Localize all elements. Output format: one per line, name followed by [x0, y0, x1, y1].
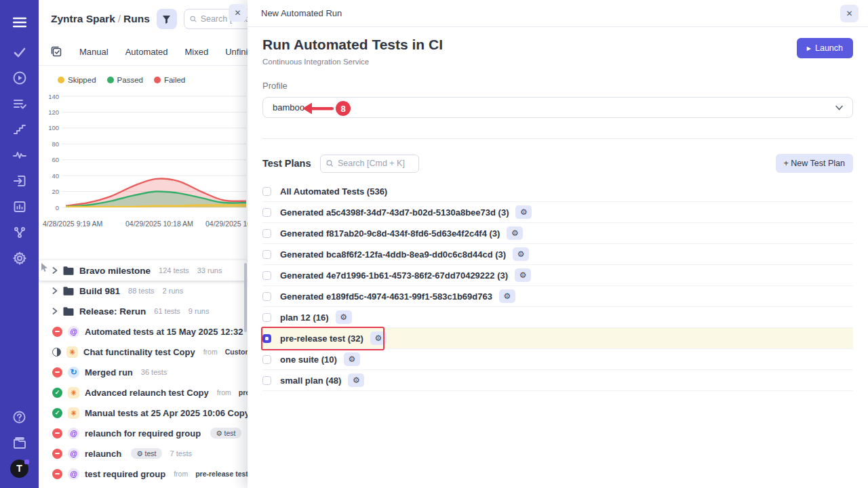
test-plan-row[interactable]: small plan (48)⚙: [262, 370, 853, 391]
legend-label: Passed: [117, 76, 143, 84]
branch-icon[interactable]: [9, 222, 30, 243]
from-label: from: [203, 348, 218, 356]
app-logo[interactable]: T: [9, 458, 30, 479]
test-plans-search-input[interactable]: [338, 159, 414, 168]
run-name: Merged run: [85, 367, 133, 378]
play-circle-icon[interactable]: [9, 68, 30, 88]
test-plan-row[interactable]: pre-release test (32)⚙: [262, 328, 853, 349]
from-target[interactable]: pre-release test: [239, 388, 248, 396]
run-type-automated-icon: @: [68, 448, 79, 460]
svg-text:140: 140: [48, 93, 59, 100]
tab-automated[interactable]: Automated: [125, 47, 168, 57]
import-box-icon[interactable]: [9, 171, 30, 191]
runs-panel: Zyntra Spark/Runs ManualAutomatedMixedUn…: [39, 0, 248, 488]
plan-checkbox[interactable]: [262, 334, 271, 343]
plan-checkbox[interactable]: [262, 250, 271, 259]
drawer-close-button[interactable]: ✕: [840, 5, 859, 22]
run-row[interactable]: @relaunch⚙test7 tests: [39, 443, 248, 464]
plan-settings-button[interactable]: ⚙: [513, 247, 529, 261]
breadcrumb: Zyntra Spark/Runs: [51, 13, 150, 25]
library-icon[interactable]: [9, 432, 30, 453]
plan-label: Generated a5c4398f-34d7-43d7-b02d-5130a8…: [280, 207, 509, 218]
plan-settings-button[interactable]: ⚙: [336, 310, 352, 324]
plan-label: Generated bca8f6f2-12fa-4ddb-8ea9-dd0c6c…: [280, 249, 506, 260]
activity-pulse-icon[interactable]: [9, 145, 30, 165]
new-automated-run-drawer: ✕ New Automated Run ✕ Run Automated Test…: [248, 0, 868, 488]
select-runs-icon[interactable]: [51, 46, 62, 58]
plan-checkbox[interactable]: [262, 292, 271, 301]
run-row[interactable]: ✓✳Advanced relaunch test Copyfrompre-rel…: [39, 382, 248, 403]
folder-row[interactable]: Release: Rerun61 tests9 runs: [39, 301, 248, 321]
gear-icon: ⚙: [216, 429, 222, 437]
plan-checkbox[interactable]: [262, 313, 271, 322]
minus-bar: [55, 331, 60, 332]
launch-button[interactable]: ▶ Launch: [797, 38, 853, 58]
test-plan-row[interactable]: Generated e189fd5c-4974-4631-99f1-583c1b…: [262, 286, 853, 307]
test-plan-row[interactable]: one suite (10)⚙: [262, 349, 853, 370]
run-row[interactable]: @Automated tests at 15 May 2025 12:32fro…: [39, 321, 248, 342]
list-check-icon[interactable]: [9, 94, 30, 114]
breadcrumb-project[interactable]: Zyntra Spark: [51, 13, 115, 24]
tab-manual[interactable]: Manual: [79, 47, 108, 57]
run-row[interactable]: ↻Merged run36 tests: [39, 362, 248, 382]
from-target[interactable]: Custom Selection: [225, 348, 248, 356]
test-tag-pill: ⚙test: [131, 448, 161, 459]
plan-settings-button[interactable]: ⚙: [344, 352, 360, 366]
test-plan-row[interactable]: Generated 4e7d1996-1b61-4573-86f2-67dd70…: [262, 265, 853, 286]
test-plan-row[interactable]: Generated a5c4398f-34d7-43d7-b02d-5130a8…: [262, 202, 853, 223]
folder-row[interactable]: Build 98188 tests2 runs: [39, 281, 248, 301]
test-plan-row[interactable]: All Automated Tests (536): [262, 181, 853, 202]
checkmark-icon[interactable]: [9, 42, 30, 62]
run-name: relaunch for required group: [85, 428, 201, 439]
run-row[interactable]: @test required groupfrompre-release test…: [39, 464, 248, 484]
svg-text:40: 40: [52, 172, 59, 180]
plan-settings-button[interactable]: ⚙: [515, 205, 532, 219]
from-target[interactable]: pre-release test: [195, 470, 248, 478]
drawer-close-button-left[interactable]: ✕: [229, 4, 247, 22]
chevron-right-icon[interactable]: [52, 267, 58, 274]
svg-text:20: 20: [52, 188, 59, 195]
svg-text:80: 80: [52, 140, 59, 148]
minus-bar: [55, 432, 60, 434]
run-row[interactable]: @relaunch for required group⚙test2 tests: [39, 423, 248, 443]
steps-icon[interactable]: [9, 119, 30, 140]
svg-text:60: 60: [52, 156, 59, 163]
report-chart-icon[interactable]: [9, 197, 30, 217]
folder-row[interactable]: Bravo milestone124 tests33 runs: [39, 260, 248, 281]
plan-checkbox[interactable]: [262, 355, 271, 364]
status-blocked-icon: [52, 428, 62, 439]
logo-letter: T: [16, 463, 22, 474]
new-test-plan-button[interactable]: + New Test Plan: [776, 154, 853, 173]
chevron-right-icon[interactable]: [52, 287, 58, 294]
help-icon[interactable]: [9, 407, 30, 427]
gear-icon: ⚙: [520, 208, 528, 216]
tab-unfinished[interactable]: Unfinished: [225, 47, 248, 57]
play-icon: ▶: [807, 45, 811, 52]
run-row[interactable]: ✓✳Manual tests at 25 Apr 2025 10:06 Copy…: [39, 403, 248, 423]
filter-button[interactable]: [157, 9, 177, 29]
test-plan-row[interactable]: Generated f817ab20-9c8d-434f-8fd6-5d63e4…: [262, 223, 853, 244]
run-row[interactable]: ✳Chat functinality test CopyfromCustom S…: [39, 342, 248, 362]
profile-label: Profile: [262, 81, 853, 91]
breadcrumb-page[interactable]: Runs: [123, 13, 150, 24]
plan-settings-button[interactable]: ⚙: [515, 268, 531, 282]
gear-icon[interactable]: [9, 248, 30, 268]
scrollbar-thumb[interactable]: [244, 263, 247, 332]
profile-select[interactable]: bamboo 8: [262, 97, 853, 118]
test-plan-row[interactable]: plan 12 (16)⚙: [262, 307, 853, 328]
plan-settings-button[interactable]: ⚙: [370, 331, 387, 345]
hamburger-menu-icon[interactable]: [9, 12, 30, 33]
tab-mixed[interactable]: Mixed: [185, 47, 209, 57]
plan-checkbox[interactable]: [262, 208, 271, 217]
test-plan-row[interactable]: Generated bca8f6f2-12fa-4ddb-8ea9-dd0c6c…: [262, 244, 853, 265]
gear-icon: ⚙: [348, 355, 355, 363]
plan-settings-button[interactable]: ⚙: [507, 226, 523, 240]
plan-settings-button[interactable]: ⚙: [348, 373, 364, 387]
plan-checkbox[interactable]: [262, 229, 271, 238]
plan-checkbox[interactable]: [262, 376, 271, 385]
gear-icon: ⚙: [517, 250, 525, 258]
plan-checkbox[interactable]: [262, 271, 271, 280]
plan-settings-button[interactable]: ⚙: [499, 289, 515, 303]
plan-checkbox[interactable]: [262, 187, 271, 196]
chevron-right-icon[interactable]: [52, 308, 58, 314]
